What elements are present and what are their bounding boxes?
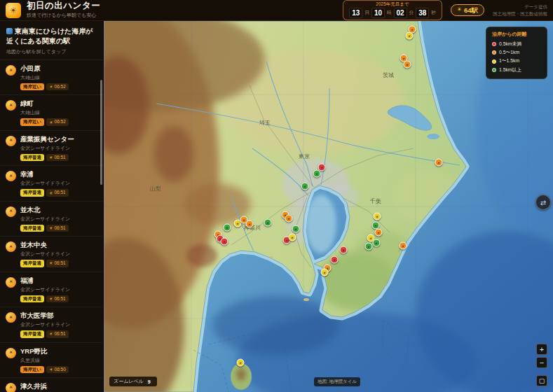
- station-map-marker[interactable]: ☀: [331, 256, 339, 264]
- station-list-item[interactable]: ☀ 緑町 大雄山線 海岸近い ☀06:52: [0, 95, 103, 130]
- station-line-name: 大雄山線: [20, 74, 97, 81]
- sunrise-time-badge: ☀06:51: [46, 225, 69, 232]
- swap-icon: ⇄: [540, 199, 546, 206]
- countdown-days-unit: 日: [364, 10, 369, 16]
- station-line-name: 金沢シーサイドライン: [20, 251, 97, 258]
- station-map-marker[interactable]: ☀: [246, 220, 254, 228]
- station-line-name: 久里浜線: [20, 357, 97, 364]
- countdown-minutes: 02: [394, 8, 407, 18]
- station-list-item[interactable]: ☀ 小田原 大雄山線 海岸近い ☀06:52: [0, 60, 103, 95]
- sunrise-time-badge: ☀06:52: [46, 118, 69, 125]
- station-list-item[interactable]: ☀ 幸浦 金沢シーサイドライン 海岸普通 ☀06:51: [0, 166, 103, 201]
- fullscreen-button[interactable]: ▢: [536, 375, 547, 386]
- station-sidebar: 東南東にひらけた海岸が近くにある関東の駅 地図から駅を探してタップ ☀ 小田原 …: [0, 21, 104, 392]
- map-side-toggle-button[interactable]: ⇄: [535, 195, 551, 210]
- station-map-marker[interactable]: ☀: [237, 359, 245, 367]
- coast-distance-badge: 海岸近い: [20, 366, 44, 373]
- sun-icon: ☀: [49, 297, 53, 301]
- sunrise-time-badge: ☀06:51: [46, 189, 69, 196]
- station-map-marker[interactable]: ☀: [400, 242, 407, 250]
- station-map-marker[interactable]: ☀: [435, 159, 443, 167]
- station-list-item[interactable]: ☀ YRP野比 久里浜線 海岸近い ☀06:50: [0, 343, 103, 378]
- legend-item: 0.5〜1km: [492, 48, 541, 57]
- countdown-hours-unit: 時: [387, 10, 392, 16]
- sunrise-icon: ☀: [6, 100, 16, 111]
- station-map-marker[interactable]: ☀: [285, 215, 293, 223]
- legend-item: 1.5km以上: [492, 66, 541, 74]
- sunrise-time: 06:51: [54, 190, 65, 195]
- station-list-item[interactable]: ☀ 津久井浜 久里浜線 海岸普通 ☀06:50: [0, 378, 103, 392]
- station-list-item[interactable]: ☀ 並木北 金沢シーサイドライン 海岸普通 ☀06:51: [0, 202, 103, 237]
- sun-icon: ☀: [457, 7, 462, 13]
- sunrise-time: 06:51: [54, 331, 65, 337]
- station-map-marker[interactable]: ☀: [373, 239, 381, 247]
- sunrise-time-badge: ☀06:52: [46, 83, 69, 90]
- sunrise-icon: ☀: [6, 206, 16, 217]
- station-map-marker[interactable]: ☀: [365, 243, 373, 251]
- coast-distance-badge: 海岸普通: [20, 330, 44, 337]
- countdown-label: 2025年元旦まで: [376, 2, 409, 7]
- legend-item: 0.5km未満: [492, 40, 541, 48]
- station-map-marker[interactable]: ☀: [374, 213, 381, 220]
- sidebar-scrollbar[interactable]: [100, 80, 102, 185]
- legend-items: 0.5km未満0.5〜1km1〜1.5km1.5km以上: [492, 40, 541, 74]
- station-name: YRP野比: [20, 347, 97, 356]
- station-list-item[interactable]: ☀ 福浦 金沢シーサイドライン 海岸普通 ☀06:51: [0, 272, 103, 307]
- zoom-level-value: 9: [146, 379, 153, 384]
- legend-label: 0.5〜1km: [499, 48, 519, 57]
- station-name: 小田原: [20, 64, 97, 74]
- sun-icon: ☀: [49, 332, 53, 336]
- countdown-hours: 10: [371, 8, 385, 18]
- countdown-minutes-unit: 分: [409, 10, 414, 16]
- zoom-level-label: ズームレベル: [114, 378, 144, 385]
- station-list-item[interactable]: ☀ 並木中央 金沢シーサイドライン 海岸普通 ☀06:51: [0, 237, 103, 272]
- sun-icon: ☀: [49, 368, 53, 372]
- legend-title: 沿岸からの距離: [492, 31, 541, 38]
- station-map-marker[interactable]: ☀: [224, 224, 231, 232]
- station-map-marker[interactable]: ☀: [321, 269, 329, 276]
- station-map-marker[interactable]: ☀: [340, 246, 348, 254]
- station-list-item[interactable]: ☀ 市大医学部 金沢シーサイドライン 海岸普通 ☀06:51: [0, 307, 103, 342]
- station-map-marker[interactable]: ☀: [404, 61, 411, 69]
- zoom-in-button[interactable]: +: [536, 344, 547, 355]
- legend-label: 1.5km以上: [499, 66, 521, 74]
- app-subtitle: 鉄道で行けるから早朝でも安心: [27, 12, 100, 19]
- zoom-level-badge: ズームレベル 9: [109, 377, 157, 386]
- sunrise-time-badge: ☀06:51: [46, 295, 69, 302]
- zoom-controls: + −: [536, 344, 547, 368]
- app-title: 初日の出ハンター: [27, 1, 100, 11]
- sunrise-time-badge: ☀06:51: [46, 260, 69, 267]
- sun-icon: ☀: [49, 120, 53, 125]
- station-line-name: 金沢シーサイドライン: [20, 286, 97, 293]
- zoom-out-button[interactable]: −: [536, 357, 547, 368]
- sunrise-time: 06:51: [54, 155, 65, 160]
- coast-distance-badge: 海岸普通: [20, 260, 44, 267]
- map-area[interactable]: 茨城埼玉東京千葉神奈川山梨 ☀☀☀☀☀☀☀☀☀☀☀☀☀☀☀☀☀☀☀☀☀☀☀☀☀☀…: [104, 21, 553, 392]
- station-map-marker[interactable]: ☀: [301, 183, 309, 190]
- station-line-name: 金沢シーサイドライン: [20, 321, 97, 328]
- data-credit-line1: データ提供: [493, 4, 547, 10]
- legend-color-dot: [492, 59, 496, 64]
- station-map-marker[interactable]: ☀: [292, 225, 300, 233]
- station-map-marker[interactable]: ☀: [406, 32, 414, 40]
- station-line-name: 金沢シーサイドライン: [20, 216, 97, 223]
- station-map-marker[interactable]: ☀: [289, 234, 296, 241]
- legend-item: 1〜1.5km: [492, 57, 541, 65]
- new-year-countdown: 2025年元旦まで 13 日 10 時 02 分 38 秒: [343, 0, 442, 20]
- sunrise-icon: ☀: [6, 171, 16, 181]
- sunrise-icon: ☀: [6, 136, 16, 146]
- coast-distance-badge: 海岸近い: [20, 118, 44, 125]
- station-map-marker[interactable]: ☀: [375, 229, 383, 237]
- station-line-name: 大雄山線: [20, 109, 97, 116]
- station-map-marker[interactable]: ☀: [221, 238, 228, 246]
- station-count-badge[interactable]: ☀ 64駅: [451, 4, 484, 16]
- station-list-item[interactable]: ☀ 産業振興センター 金沢シーサイドライン 海岸普通 ☀06:51: [0, 131, 103, 166]
- countdown-seconds-unit: 秒: [431, 10, 436, 16]
- station-map-marker[interactable]: ☀: [313, 170, 321, 178]
- sidebar-title: 東南東にひらけた海岸が近くにある関東の駅: [6, 27, 97, 46]
- sunrise-icon: ☀: [6, 241, 16, 252]
- sunrise-icon: ☀: [6, 65, 16, 76]
- station-name: 福浦: [20, 276, 97, 286]
- sun-icon: ☀: [49, 155, 53, 160]
- station-map-marker[interactable]: ☀: [264, 219, 272, 227]
